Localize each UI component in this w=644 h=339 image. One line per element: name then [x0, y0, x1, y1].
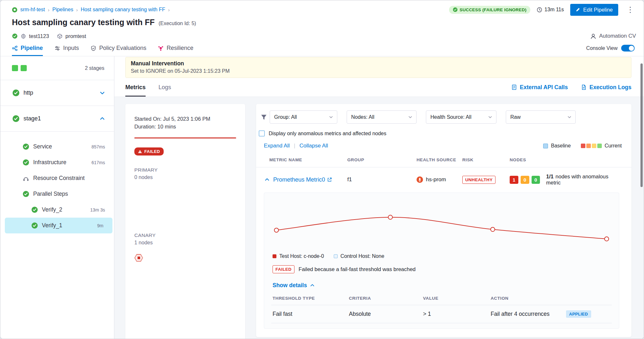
verification-summary-panel: Started On: Jul 5, 2023 1:06 PM Duration…: [125, 104, 245, 339]
vertical-scrollbar-thumb[interactable]: [640, 63, 643, 187]
risk-red-swatch: [581, 144, 585, 148]
execution-duration: 13m 11s: [537, 7, 564, 13]
criteria-value: Absolute: [349, 311, 423, 317]
meta-row: test1123 promtest Automation CV: [12, 32, 636, 40]
health-source-name: hs-prom: [426, 176, 446, 183]
divider: |: [294, 143, 295, 149]
started-on: Started On: Jul 5, 2023 1:06 PM: [134, 115, 236, 123]
success-check-icon: [23, 159, 29, 165]
external-api-calls-link[interactable]: External API Calls: [511, 84, 568, 91]
step-list: Service 857ms Infrastructure 617ms Resou…: [0, 132, 114, 233]
step-label: Resource Constraint: [33, 175, 85, 182]
primary-node-count: 0 nodes: [134, 174, 236, 180]
nodes-filter-select[interactable]: Nodes: All: [347, 110, 417, 124]
app-window: srm-hf-test › Pipelines › Host sampling …: [0, 0, 644, 339]
failure-reason-text: Failed because a fail-fast threshold was…: [299, 266, 416, 272]
node-count-green-badge: 0: [532, 176, 540, 184]
tab-metrics[interactable]: Metrics: [125, 78, 146, 97]
check-circle-icon: [453, 7, 457, 12]
service-name[interactable]: test1123: [29, 33, 49, 39]
primary-label: PRIMARY: [134, 167, 236, 173]
group-filter-select[interactable]: Group: All: [270, 110, 337, 124]
step-item-verify-1[interactable]: Verify_1 9m: [5, 218, 112, 233]
tab-inputs[interactable]: Inputs: [54, 40, 79, 56]
console-view-control: Console View: [586, 45, 635, 52]
chevron-up-icon[interactable]: [100, 116, 105, 121]
step-item-verify-2[interactable]: Verify_2 13m 3s: [0, 202, 114, 218]
risk-yellow-swatch: [592, 144, 596, 148]
main-panel: Manual Intervention Set to IGNORE on 05-…: [114, 56, 644, 339]
expand-all-link[interactable]: Expand All: [264, 143, 290, 149]
anomalous-checkbox[interactable]: [259, 130, 265, 137]
resilience-icon: [158, 45, 164, 51]
control-host-label: Control Host: None: [341, 253, 384, 259]
collapse-all-link[interactable]: Collapse All: [300, 143, 328, 149]
tab-logs[interactable]: Logs: [159, 78, 171, 97]
risk-badge: UNHEALTHY: [462, 176, 495, 184]
show-details-label: Show details: [273, 282, 307, 289]
anomalous-checkbox-label: Display only anomalous metrics and affec…: [269, 131, 386, 137]
health-source-filter-select[interactable]: Health Source: All: [426, 110, 496, 124]
tab-policy-evaluations[interactable]: Policy Evaluations: [91, 40, 146, 56]
panel-tabs: Metrics Logs: [125, 78, 171, 97]
user-name: Automation CV: [599, 33, 636, 39]
test-host-label: Test Host: c-node-0: [279, 253, 324, 259]
metric-name-text: Prometheus Metric0: [273, 176, 325, 183]
project-avatar-icon: [12, 7, 17, 13]
pencil-icon: [576, 7, 580, 12]
metric-name-link[interactable]: Prometheus Metric0: [273, 176, 332, 183]
canary-node-hexagon[interactable]: [134, 254, 143, 262]
gear-icon: [21, 33, 26, 39]
breadcrumb-project[interactable]: srm-hf-test: [20, 7, 45, 13]
stage-square-icon: [12, 65, 18, 71]
chevron-down-icon[interactable]: [100, 90, 105, 96]
canary-node-dot: [138, 257, 140, 259]
threshold-table-row: Fail fast Absolute > 1 Fail after 4 occu…: [271, 305, 612, 323]
edit-pipeline-button[interactable]: Edit Pipeline: [570, 4, 618, 16]
step-item-parallel-steps[interactable]: Parallel Steps: [0, 186, 114, 202]
artifact-name[interactable]: promtest: [65, 33, 86, 39]
breadcrumb-pipelines[interactable]: Pipelines: [52, 7, 73, 13]
step-item-infrastructure[interactable]: Infrastructure 617ms: [0, 155, 114, 170]
primary-node-group: PRIMARY 0 nodes: [134, 167, 236, 180]
page-title: Host sampling canary testing with FF: [12, 18, 155, 27]
stage-item-http[interactable]: http: [0, 80, 114, 106]
execution-logs-link[interactable]: Execution Logs: [581, 84, 631, 91]
nodes-cell: 1 0 0 1/1nodes with anomalous metric: [510, 174, 624, 186]
metrics-table-header: METRIC NAME GROUP HEALTH SOURCE RISK NOD…: [256, 149, 631, 167]
step-item-service[interactable]: Service 857ms: [0, 139, 114, 155]
stage-item-stage1[interactable]: stage1: [0, 106, 114, 132]
status-badge-label: SUCCESS (FAILURE IGNORED): [460, 7, 527, 12]
success-check-icon: [13, 115, 19, 122]
collapse-row-chevron-icon[interactable]: [264, 177, 270, 182]
pipeline-icon: [12, 45, 18, 51]
step-item-resource-constraint[interactable]: Resource Constraint: [0, 170, 114, 186]
more-options-menu[interactable]: ⋮: [625, 6, 636, 14]
data-mode-select[interactable]: Raw: [506, 110, 576, 124]
panel-links: External API Calls Execution Logs: [511, 84, 631, 91]
execution-id: (Execution Id: 5): [159, 21, 196, 26]
value-value: > 1: [423, 311, 491, 317]
control-host-legend-item: Control Host: None: [334, 253, 384, 259]
tab-resilience[interactable]: Resilience: [158, 40, 193, 56]
content: 2 stages http stage1: [0, 56, 644, 339]
stage-label: stage1: [24, 115, 41, 122]
breadcrumb-separator: ›: [48, 7, 49, 13]
filter-icon[interactable]: [261, 114, 267, 120]
col-criteria: CRITERIA: [349, 296, 423, 301]
console-view-toggle[interactable]: [621, 45, 635, 52]
step-duration: 13m 3s: [90, 207, 105, 212]
show-details-link[interactable]: Show details: [273, 282, 315, 289]
tab-pipeline[interactable]: Pipeline: [12, 40, 43, 56]
test-host-swatch: [273, 254, 276, 258]
inputs-icon: [54, 45, 60, 51]
success-check-icon: [32, 222, 38, 229]
service-info: test1123 promtest: [12, 33, 91, 39]
banner-wrap: Manual Intervention Set to IGNORE on 05-…: [114, 56, 644, 78]
success-check-icon: [32, 207, 38, 213]
header-actions: SUCCESS (FAILURE IGNORED) 13m 11s Edit P…: [449, 4, 636, 16]
step-label: Parallel Steps: [33, 191, 68, 197]
tab-bar: Pipeline Inputs Policy Evaluations Resil…: [0, 40, 644, 56]
tab-inputs-label: Inputs: [63, 45, 79, 52]
breadcrumb-pipeline-name[interactable]: Host sampling canary testing with FF: [81, 7, 165, 13]
